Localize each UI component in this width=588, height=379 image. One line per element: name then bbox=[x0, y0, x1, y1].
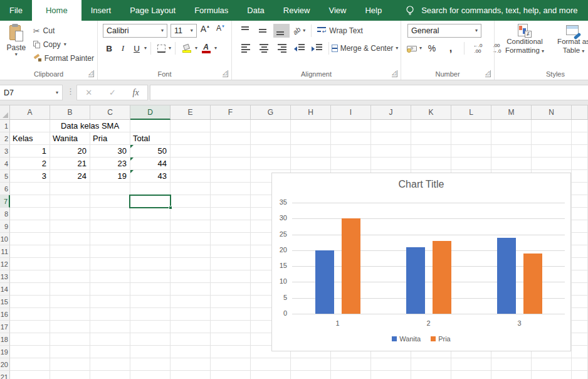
cell-partial-15[interactable] bbox=[572, 296, 588, 308]
cell-I2[interactable] bbox=[331, 132, 371, 145]
cell-E11[interactable] bbox=[171, 245, 211, 258]
orientation-button[interactable]: ab ▾ bbox=[291, 24, 307, 38]
cell-C2[interactable]: Pria bbox=[90, 132, 130, 145]
cell-D2[interactable]: Total bbox=[130, 132, 171, 145]
row-header-4[interactable]: 4 bbox=[0, 157, 10, 170]
cell-N21[interactable] bbox=[532, 371, 572, 379]
cell-B15[interactable] bbox=[50, 296, 90, 308]
cell-partial-9[interactable] bbox=[572, 220, 588, 233]
increase-indent-button[interactable] bbox=[308, 41, 325, 55]
cell-D18[interactable] bbox=[130, 333, 171, 346]
row-header-10[interactable]: 10 bbox=[0, 233, 10, 245]
cell-E12[interactable] bbox=[171, 258, 211, 270]
cell-N4[interactable] bbox=[532, 157, 572, 170]
cell-K3[interactable] bbox=[411, 145, 451, 157]
cell-A11[interactable] bbox=[10, 245, 50, 258]
tab-home[interactable]: Home bbox=[32, 0, 81, 21]
column-header-N[interactable]: N bbox=[532, 105, 572, 120]
column-header-B[interactable]: B bbox=[50, 105, 90, 120]
tab-page-layout[interactable]: Page Layout bbox=[120, 0, 185, 21]
column-header-K[interactable]: K bbox=[411, 105, 451, 120]
cell-C14[interactable] bbox=[90, 283, 130, 296]
row-header-21[interactable]: 21 bbox=[0, 371, 10, 379]
cell-A19[interactable] bbox=[10, 346, 50, 358]
cell-D1[interactable] bbox=[130, 120, 171, 132]
cell-L3[interactable] bbox=[451, 145, 491, 157]
row-header-7[interactable]: 7 bbox=[0, 195, 10, 208]
clipboard-dialog-launcher[interactable]: ◿ bbox=[88, 70, 94, 77]
cell-partial-13[interactable] bbox=[572, 270, 588, 283]
cell-partial-18[interactable] bbox=[572, 333, 588, 346]
cell-B14[interactable] bbox=[50, 283, 90, 296]
cell-F21[interactable] bbox=[211, 371, 251, 379]
cell-E15[interactable] bbox=[171, 296, 211, 308]
tab-insert[interactable]: Insert bbox=[81, 0, 121, 21]
cell-A16[interactable] bbox=[10, 308, 50, 321]
tab-formulas[interactable]: Formulas bbox=[185, 0, 238, 21]
chart-bar-pria-2[interactable] bbox=[433, 241, 451, 314]
cell-I20[interactable] bbox=[331, 358, 371, 371]
cell-A15[interactable] bbox=[10, 296, 50, 308]
cell-partial-17[interactable] bbox=[572, 321, 588, 333]
align-bottom-button[interactable] bbox=[273, 24, 290, 38]
cell-B1[interactable]: Data kelas SMA bbox=[50, 120, 130, 132]
cell-I4[interactable] bbox=[331, 157, 371, 170]
cell-B11[interactable] bbox=[50, 245, 90, 258]
cell-N1[interactable] bbox=[532, 120, 572, 132]
row-header-12[interactable]: 12 bbox=[0, 258, 10, 270]
cell-A6[interactable] bbox=[10, 183, 50, 195]
cell-F2[interactable] bbox=[211, 132, 251, 145]
formula-input[interactable] bbox=[150, 85, 588, 100]
row-header-3[interactable]: 3 bbox=[0, 145, 10, 157]
cell-partial-1[interactable] bbox=[572, 120, 588, 132]
cell-C17[interactable] bbox=[90, 321, 130, 333]
cell-B18[interactable] bbox=[50, 333, 90, 346]
cell-E19[interactable] bbox=[171, 346, 211, 358]
cell-C9[interactable] bbox=[90, 220, 130, 233]
chart-title[interactable]: Chart Title bbox=[272, 179, 570, 190]
cell-M3[interactable] bbox=[491, 145, 532, 157]
cell-D6[interactable] bbox=[130, 183, 171, 195]
cell-E10[interactable] bbox=[171, 233, 211, 245]
cell-A9[interactable] bbox=[10, 220, 50, 233]
row-header-20[interactable]: 20 bbox=[0, 358, 10, 371]
cell-I3[interactable] bbox=[331, 145, 371, 157]
underline-caret[interactable]: ▾ bbox=[144, 46, 147, 51]
cell-J1[interactable] bbox=[371, 120, 411, 132]
cell-B10[interactable] bbox=[50, 233, 90, 245]
cell-B20[interactable] bbox=[50, 358, 90, 371]
cell-F5[interactable] bbox=[211, 170, 251, 183]
fill-color-button[interactable] bbox=[179, 41, 194, 55]
cell-B8[interactable] bbox=[50, 208, 90, 220]
cell-I21[interactable] bbox=[331, 371, 371, 379]
cell-H3[interactable] bbox=[291, 145, 331, 157]
cell-A20[interactable] bbox=[10, 358, 50, 371]
cell-E1[interactable] bbox=[171, 120, 211, 132]
cell-partial-20[interactable] bbox=[572, 358, 588, 371]
cell-F3[interactable] bbox=[211, 145, 251, 157]
selection-box[interactable] bbox=[129, 195, 171, 208]
column-header-L[interactable]: L bbox=[451, 105, 491, 120]
cell-G21[interactable] bbox=[251, 371, 291, 379]
enter-button[interactable]: ✓ bbox=[109, 88, 116, 97]
column-header-J[interactable]: J bbox=[371, 105, 411, 120]
cell-C11[interactable] bbox=[90, 245, 130, 258]
number-format-select[interactable]: General ▾ bbox=[407, 24, 481, 38]
cell-F6[interactable] bbox=[211, 183, 251, 195]
cell-A12[interactable] bbox=[10, 258, 50, 270]
align-right-button[interactable] bbox=[273, 41, 290, 55]
chart-bar-pria-3[interactable] bbox=[523, 254, 542, 314]
cell-C21[interactable] bbox=[90, 371, 130, 379]
cell-F11[interactable] bbox=[211, 245, 251, 258]
row-header-6[interactable]: 6 bbox=[0, 183, 10, 195]
cell-B16[interactable] bbox=[50, 308, 90, 321]
copy-button[interactable]: Copy ▾ bbox=[31, 38, 96, 51]
cell-L1[interactable] bbox=[451, 120, 491, 132]
cell-B17[interactable] bbox=[50, 321, 90, 333]
increase-font-button[interactable]: A ▲ bbox=[198, 24, 213, 38]
cell-H21[interactable] bbox=[291, 371, 331, 379]
cell-B21[interactable] bbox=[50, 371, 90, 379]
cell-E4[interactable] bbox=[171, 157, 211, 170]
cell-B4[interactable]: 21 bbox=[50, 157, 90, 170]
cell-B9[interactable] bbox=[50, 220, 90, 233]
